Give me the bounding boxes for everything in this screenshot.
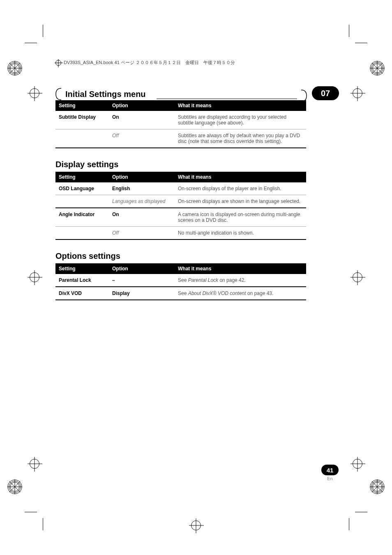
crop-mark-icon bbox=[43, 25, 43, 37]
meaning-cell: No multi-angle indication is shown. bbox=[175, 227, 306, 240]
setting-cell: Subtitle Display bbox=[55, 111, 109, 129]
table-header-option: Option bbox=[109, 172, 175, 182]
registration-mark-icon bbox=[30, 272, 39, 282]
meaning-cell: A camera icon is displayed on-screen dur… bbox=[175, 208, 306, 227]
table-row: DivX VOD Display See About DivX® VOD con… bbox=[55, 287, 306, 300]
table-header-setting: Setting bbox=[55, 263, 109, 274]
chapter-title: Initial Settings menu bbox=[62, 90, 153, 99]
page-number-badge: 41 bbox=[321, 465, 339, 475]
options-settings-section: Options settings Setting Option What it … bbox=[55, 251, 339, 300]
meaning-suffix: on page 43. bbox=[246, 290, 274, 296]
crop-mark-icon bbox=[25, 43, 37, 43]
binding-spiral-icon bbox=[370, 61, 385, 76]
option-cell: Off bbox=[109, 129, 175, 148]
book-file-tag: DV393S_ASIA_EN.book 41 ページ ２００６年５月１２日 金曜… bbox=[55, 60, 339, 66]
option-cell: English bbox=[109, 182, 175, 195]
table-header-meaning: What it means bbox=[175, 172, 306, 182]
crop-mark-icon bbox=[43, 518, 43, 530]
option-cell: On bbox=[109, 111, 175, 129]
table-row: Languages as displayed On-screen display… bbox=[55, 195, 306, 208]
setting-cell bbox=[55, 195, 109, 208]
section-heading: Display settings bbox=[55, 160, 339, 169]
option-cell: Languages as displayed bbox=[109, 195, 175, 208]
display-settings-table: Setting Option What it means OSD Languag… bbox=[55, 172, 306, 240]
table-header-meaning: What it means bbox=[175, 263, 306, 274]
page-content: DV393S_ASIA_EN.book 41 ページ ２００６年５月１２日 金曜… bbox=[55, 60, 339, 312]
meaning-cell: See About DivX® VOD content on page 43. bbox=[175, 287, 306, 300]
chapter-rule bbox=[157, 99, 297, 99]
setting-cell bbox=[55, 227, 109, 240]
subtitle-display-section: Setting Option What it means Subtitle Di… bbox=[55, 100, 339, 148]
meaning-cell: Subtitles are always off by default when… bbox=[175, 129, 306, 148]
meaning-suffix: on page 42. bbox=[218, 277, 246, 283]
table-header-option: Option bbox=[109, 263, 175, 274]
registration-mark-small-icon bbox=[55, 60, 61, 66]
book-file-label: DV393S_ASIA_EN.book 41 ページ ２００６年５月１２日 金曜… bbox=[64, 60, 235, 66]
meaning-cell: On-screen displays are shown in the lang… bbox=[175, 195, 306, 208]
table-header-setting: Setting bbox=[55, 100, 109, 111]
display-settings-section: Display settings Setting Option What it … bbox=[55, 160, 339, 240]
meaning-reference: About DivX® VOD content bbox=[188, 290, 246, 296]
binding-spiral-icon bbox=[370, 479, 385, 494]
options-settings-table: Setting Option What it means Parental Lo… bbox=[55, 263, 306, 300]
registration-mark-icon bbox=[353, 459, 362, 469]
section-heading: Options settings bbox=[55, 251, 339, 261]
setting-cell: DivX VOD bbox=[55, 287, 109, 300]
registration-mark-icon bbox=[30, 459, 39, 469]
meaning-cell: On-screen displays of the player are in … bbox=[175, 182, 306, 195]
registration-mark-icon bbox=[191, 520, 201, 530]
crop-mark-icon bbox=[355, 43, 367, 43]
setting-cell: OSD Language bbox=[55, 182, 109, 195]
setting-cell: Parental Lock bbox=[55, 274, 109, 287]
chapter-bracket-end-icon bbox=[300, 90, 307, 102]
table-row: Off Subtitles are always off by default … bbox=[55, 129, 306, 148]
subtitle-display-table: Setting Option What it means Subtitle Di… bbox=[55, 100, 306, 148]
table-row: Off No multi-angle indication is shown. bbox=[55, 227, 306, 240]
chapter-bracket-icon bbox=[55, 88, 62, 100]
page-footer: 41 En bbox=[321, 465, 339, 481]
binding-spiral-icon bbox=[7, 61, 22, 76]
meaning-cell: Subtitles are displayed according to you… bbox=[175, 111, 306, 129]
option-cell: – bbox=[109, 274, 175, 287]
crop-mark-icon bbox=[349, 518, 349, 530]
option-cell: Display bbox=[109, 287, 175, 300]
option-cell: On bbox=[109, 208, 175, 227]
table-row: Parental Lock – See Parental Lock on pag… bbox=[55, 274, 306, 287]
table-header-setting: Setting bbox=[55, 172, 109, 182]
table-row: Subtitle Display On Subtitles are displa… bbox=[55, 111, 306, 129]
setting-cell bbox=[55, 129, 109, 148]
chapter-number-badge: 07 bbox=[312, 86, 339, 100]
binding-spiral-icon bbox=[7, 479, 22, 494]
table-row: OSD Language English On-screen displays … bbox=[55, 182, 306, 195]
registration-mark-icon bbox=[30, 88, 39, 98]
meaning-cell: See Parental Lock on page 42. bbox=[175, 274, 306, 287]
setting-cell: Angle Indicator bbox=[55, 208, 109, 227]
meaning-prefix: See bbox=[178, 290, 188, 296]
crop-mark-icon bbox=[349, 25, 349, 37]
crop-mark-icon bbox=[355, 512, 367, 512]
table-header-option: Option bbox=[109, 100, 175, 111]
registration-mark-icon bbox=[353, 88, 362, 98]
meaning-prefix: See bbox=[178, 277, 188, 283]
table-row: Angle Indicator On A camera icon is disp… bbox=[55, 208, 306, 227]
registration-mark-icon bbox=[353, 272, 362, 282]
table-header-meaning: What it means bbox=[175, 100, 306, 111]
meaning-reference: Parental Lock bbox=[188, 277, 218, 283]
option-cell: Off bbox=[109, 227, 175, 240]
crop-mark-icon bbox=[25, 512, 37, 512]
chapter-header: Initial Settings menu 07 bbox=[55, 86, 339, 100]
language-label: En bbox=[321, 476, 339, 481]
